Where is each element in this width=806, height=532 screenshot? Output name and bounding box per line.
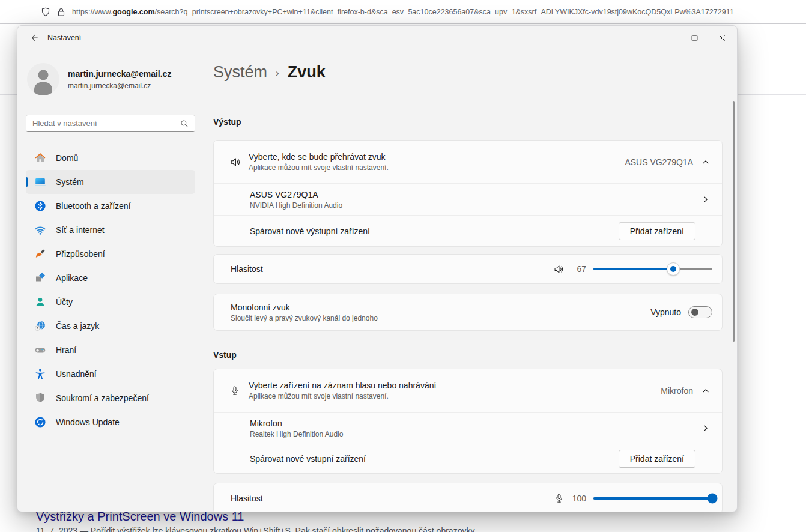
sidebar-item-gaming[interactable]: Hraní <box>26 338 195 362</box>
display-icon <box>34 176 46 188</box>
wifi-icon <box>34 224 46 236</box>
speaker-icon <box>229 156 249 168</box>
page-title: Zvuk <box>288 63 326 82</box>
settings-search[interactable] <box>26 115 195 132</box>
search-result-snippet: 11. 7. 2023 — Pořídit výstřižek lze kláv… <box>36 526 476 532</box>
input-device-picker-row[interactable]: Vyberte zařízení na záznam hlasu nebo na… <box>214 369 722 412</box>
account-name: martin.jurnecka@email.cz <box>68 68 171 79</box>
mono-toggle-state: Vypnuto <box>650 307 681 317</box>
brush-icon <box>34 248 46 260</box>
gamepad-icon <box>34 344 46 356</box>
sidebar-item-system[interactable]: Systém <box>26 170 195 194</box>
chevron-up-icon[interactable] <box>701 158 710 166</box>
input-volume-knob[interactable] <box>708 494 718 504</box>
person-icon <box>27 63 59 95</box>
sidebar-item-time-language[interactable]: Čas a jazyk <box>26 314 195 338</box>
chevron-right-icon <box>701 424 710 432</box>
section-input-label: Vstup <box>213 350 237 360</box>
shield-icon[interactable] <box>41 7 50 17</box>
window-title: Nastavení <box>47 34 81 42</box>
output-volume-card: Hlasitost 67 <box>213 254 723 284</box>
output-volume-row: Hlasitost 67 <box>214 255 722 283</box>
sidebar-item-windows-update[interactable]: Windows Update <box>26 410 195 434</box>
sidebar-item-accounts[interactable]: Účty <box>26 290 195 314</box>
volume-microphone-icon[interactable] <box>554 493 565 504</box>
screen: https://www.google.com/search?q=printscr… <box>0 0 806 532</box>
input-device-row[interactable]: Mikrofon Realtek High Definition Audio <box>214 412 722 444</box>
sidebar-item-accessibility[interactable]: Usnadnění <box>26 362 195 386</box>
volume-speaker-icon[interactable] <box>553 264 565 275</box>
output-volume-slider[interactable] <box>593 268 712 270</box>
url-box[interactable]: https://www.google.com/search?q=printscr… <box>0 7 806 17</box>
microphone-icon <box>229 385 249 396</box>
breadcrumb: Systém › Zvuk <box>213 63 326 82</box>
search-input[interactable] <box>32 119 180 128</box>
pair-input-row: Spárovat nové vstupní zařízení Přidat za… <box>214 444 722 473</box>
url-text: https://www.google.com/search?q=printscr… <box>72 8 734 16</box>
apps-icon <box>34 272 46 284</box>
update-icon <box>34 416 46 428</box>
breadcrumb-separator-icon: › <box>276 65 279 79</box>
pair-output-row: Spárovat nové výstupní zařízení Přidat z… <box>214 215 722 246</box>
search-icon[interactable] <box>180 119 189 128</box>
add-input-device-button[interactable]: Přidat zařízení <box>619 450 695 468</box>
output-device-picker-row[interactable]: Vyberte, kde se bude přehrávat zvuk Apli… <box>214 141 722 183</box>
chevron-right-icon <box>701 195 710 204</box>
sidebar-item-network[interactable]: Síť a internet <box>26 218 195 242</box>
mono-card: Monofonní zvuk Sloučit levý a pravý zvuk… <box>213 294 723 331</box>
avatar <box>27 63 59 95</box>
output-volume-knob[interactable] <box>667 262 680 276</box>
sidebar-item-apps[interactable]: Aplikace <box>26 266 195 290</box>
bluetooth-icon <box>34 200 46 212</box>
mono-toggle[interactable] <box>688 306 712 318</box>
sidebar-nav: Domů Systém Bluetooth a zařízení Síť a i… <box>26 146 195 434</box>
account-card[interactable]: martin.jurnecka@email.cz martin.jurnecka… <box>27 63 207 95</box>
sidebar-item-personalization[interactable]: Přizpůsobení <box>26 242 195 266</box>
home-icon <box>34 152 46 164</box>
input-volume-value: 100 <box>572 494 586 503</box>
breadcrumb-parent[interactable]: Systém <box>213 63 267 82</box>
scrollbar[interactable] <box>733 101 735 342</box>
sidebar-item-bluetooth[interactable]: Bluetooth a zařízení <box>26 194 195 218</box>
mono-row: Monofonní zvuk Sloučit levý a pravý zvuk… <box>214 294 722 330</box>
input-volume-row: Hlasitost 100 <box>214 483 722 512</box>
accessibility-icon <box>34 368 46 380</box>
back-button[interactable] <box>25 29 44 47</box>
add-output-device-button[interactable]: Přidat zařízení <box>619 222 695 240</box>
main-pane: Systém › Zvuk Výstup Vyberte, kde se bud… <box>213 26 723 512</box>
time-language-icon <box>34 320 46 332</box>
section-output-label: Výstup <box>213 117 241 127</box>
input-device-value: Mikrofon <box>661 386 693 396</box>
sidebar-item-domu[interactable]: Domů <box>26 146 195 170</box>
shield-privacy-icon <box>34 392 46 404</box>
input-volume-slider[interactable] <box>593 497 712 500</box>
input-card: Vyberte zařízení na záznam hlasu nebo na… <box>213 369 723 474</box>
output-volume-value: 67 <box>572 264 586 274</box>
back-arrow-icon <box>29 33 39 43</box>
lock-icon[interactable] <box>56 7 66 17</box>
output-device-row[interactable]: ASUS VG279Q1A NVIDIA High Definition Aud… <box>214 183 722 215</box>
output-device-value: ASUS VG279Q1A <box>625 157 693 167</box>
input-volume-card: Hlasitost 100 <box>213 483 723 512</box>
accounts-icon <box>34 296 46 308</box>
browser-address-bar[interactable]: https://www.google.com/search?q=printscr… <box>0 0 806 24</box>
account-email: martin.jurnecka@email.cz <box>68 81 171 91</box>
chevron-up-icon[interactable] <box>701 387 710 395</box>
sidebar-item-privacy[interactable]: Soukromí a zabezpečení <box>26 386 195 410</box>
output-card: Vyberte, kde se bude přehrávat zvuk Apli… <box>213 140 723 247</box>
settings-window: Nastavení martin.jurnecka@email.cz ma <box>17 25 738 512</box>
